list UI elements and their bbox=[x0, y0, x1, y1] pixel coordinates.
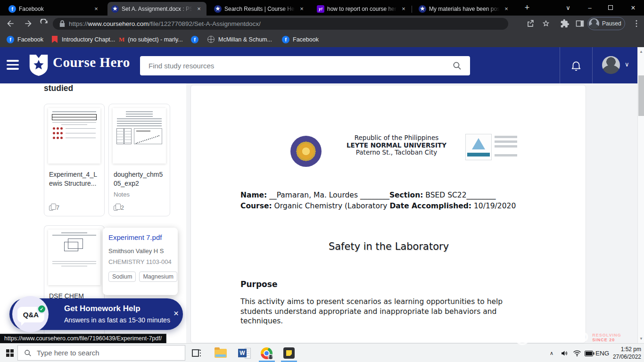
window-maximize-button[interactable] bbox=[603, 2, 618, 14]
address-bar[interactable]: https://www.coursehero.com/file/12277089… bbox=[53, 18, 508, 30]
reload-icon[interactable] bbox=[40, 19, 49, 28]
back-icon[interactable] bbox=[6, 19, 15, 28]
url-scheme: https:// bbox=[69, 20, 88, 27]
account-chevron-down-icon[interactable]: ∨ bbox=[625, 61, 629, 68]
volume-icon[interactable] bbox=[561, 349, 569, 357]
coursehero-logo-icon[interactable] bbox=[28, 54, 49, 76]
taskbar-search-box[interactable]: Type here to search bbox=[17, 345, 185, 361]
bookmark-facebook-3[interactable]: f Facebook bbox=[282, 32, 319, 47]
windows-taskbar: Type here to search W ∧ ENG 1:52 pm 27/0… bbox=[0, 343, 644, 362]
site-search-box[interactable] bbox=[140, 56, 470, 75]
window-minimize-button[interactable]: – bbox=[583, 2, 597, 14]
share-icon[interactable] bbox=[526, 19, 535, 28]
clock-date: 27/06/2022 bbox=[610, 353, 641, 361]
doc-type: Notes bbox=[109, 188, 170, 198]
bookmark-gmail[interactable]: M (no subject) - marly... bbox=[119, 32, 183, 47]
tab-assignment[interactable]: ★ Set A. Assignment.docx : PSY × bbox=[107, 2, 206, 16]
new-tab-button[interactable]: + bbox=[521, 3, 533, 13]
forward-icon[interactable] bbox=[24, 19, 33, 28]
popup-course: CHEMISTRY 1103-004 bbox=[108, 258, 172, 265]
extensions-puzzle-icon[interactable] bbox=[560, 19, 570, 28]
tag-magnesium[interactable]: Magnesium bbox=[139, 272, 177, 282]
word-icon[interactable]: W bbox=[238, 348, 251, 359]
search-input[interactable] bbox=[149, 56, 441, 75]
browser-toolbar: https://www.coursehero.com/file/12277089… bbox=[0, 16, 644, 32]
taskbar-search-placeholder: Type here to search bbox=[37, 349, 99, 357]
course-date-line: Course: Organic Chemistry (Laboratory Da… bbox=[240, 202, 516, 210]
window-close-button[interactable]: × bbox=[626, 2, 640, 14]
course-value: Organic Chemistry (Laboratory bbox=[272, 202, 390, 210]
tab-close-icon[interactable]: × bbox=[400, 5, 407, 13]
hamburger-menu-icon[interactable] bbox=[7, 60, 19, 72]
tray-chevron-up-icon[interactable]: ∧ bbox=[550, 344, 553, 362]
link-status-bar: https://www.coursehero.com/file/71960439… bbox=[0, 334, 166, 343]
document-thumbnail bbox=[48, 108, 100, 164]
scroll-down-icon[interactable]: ▼ bbox=[638, 337, 644, 341]
battery-icon[interactable] bbox=[585, 351, 594, 356]
bookmark-mcmillan[interactable]: McMillan & Schum... bbox=[207, 32, 272, 47]
tab-search-results[interactable]: ★ Search Results | Course Hero × bbox=[210, 2, 309, 16]
bookmark-star-icon[interactable] bbox=[541, 19, 551, 28]
tab-search-chevron-icon[interactable]: ∨ bbox=[561, 2, 575, 14]
tag-sodium[interactable]: Sodium bbox=[108, 272, 136, 282]
banner-close-icon[interactable]: × bbox=[173, 308, 179, 319]
banner-title: Get Homework Help bbox=[64, 304, 140, 313]
side-panel-icon[interactable] bbox=[575, 19, 585, 28]
page-scrollbar[interactable]: ▲ ▼ bbox=[637, 47, 644, 343]
user-avatar[interactable] bbox=[602, 56, 620, 74]
tab-close-icon[interactable]: × bbox=[298, 5, 305, 13]
sticky-notes-icon[interactable] bbox=[283, 347, 295, 359]
scrollbar-thumb[interactable] bbox=[638, 75, 644, 116]
facebook-icon: f bbox=[7, 36, 14, 43]
page-count-value: 7 bbox=[56, 205, 59, 211]
task-view-icon[interactable] bbox=[191, 347, 202, 359]
name-section-line: Name: __Pamaran, Ma. Lourdes ________Sec… bbox=[240, 191, 496, 199]
date-label: Date Accomplished: bbox=[389, 202, 471, 210]
coursehero-favicon-icon: ★ bbox=[214, 5, 222, 13]
start-button-icon[interactable] bbox=[6, 349, 14, 357]
wifi-icon[interactable] bbox=[573, 350, 581, 357]
language-indicator[interactable]: ENG bbox=[595, 344, 609, 362]
qa-bubble-icon: Q&A ✓ bbox=[17, 307, 44, 322]
bookmark-facebook-2[interactable]: f bbox=[191, 32, 202, 47]
homework-help-banner[interactable]: Q&A ✓ Get Homework Help Answers in as fa… bbox=[9, 298, 183, 330]
name-value: __Pamaran, Ma. Lourdes ________ bbox=[267, 191, 389, 199]
tab-my-materials[interactable]: ★ My materials have been post × bbox=[415, 2, 514, 16]
doc-title[interactable]: dougherty_chm505_exp2 bbox=[109, 167, 170, 188]
bookmark-introductory[interactable]: Introductory Chapt... bbox=[51, 32, 115, 47]
coursehero-favicon-icon: ★ bbox=[419, 5, 426, 13]
search-icon[interactable] bbox=[453, 61, 462, 70]
url-domain: www.coursehero.com bbox=[88, 20, 149, 27]
notifications-bell-icon[interactable] bbox=[570, 59, 582, 72]
tab-yahoo-search[interactable]: y! how to report on course her × bbox=[313, 2, 411, 16]
university-seal-icon bbox=[290, 136, 322, 167]
url-text: https://www.coursehero.com/file/12277089… bbox=[69, 20, 261, 27]
profile-button[interactable]: Paused bbox=[587, 17, 625, 30]
related-doc-card-2[interactable]: dougherty_chm505_exp2 Notes 2 bbox=[108, 104, 170, 216]
brand-wordmark[interactable]: Course Hero bbox=[53, 55, 130, 70]
document-thumbnail bbox=[48, 230, 100, 285]
tab-label: Set A. Assignment.docx : PSY bbox=[122, 6, 192, 12]
sidebar-heading: studied bbox=[44, 83, 73, 93]
taskbar-clock[interactable]: 1:52 pm 27/06/2022 bbox=[610, 346, 641, 361]
doc-title[interactable]: Experiment_4_Lewis Structure... bbox=[44, 167, 104, 188]
tab-close-icon[interactable]: × bbox=[195, 5, 203, 13]
bookmarks-bar: f Facebook Introductory Chapt... M (no s… bbox=[0, 32, 644, 47]
menu-dots-icon[interactable] bbox=[632, 19, 641, 28]
course-label: Course: bbox=[240, 202, 272, 210]
qa-label: Q&A bbox=[23, 311, 39, 319]
bookmark-label: Introductory Chapt... bbox=[62, 36, 115, 43]
related-doc-card-1[interactable]: Experiment_4_Lewis Structure... 7 bbox=[44, 104, 105, 216]
tab-close-icon[interactable]: × bbox=[503, 5, 510, 13]
coursehero-header: Course Hero ∨ bbox=[0, 47, 644, 83]
tab-facebook[interactable]: f Facebook × bbox=[5, 2, 104, 16]
tab-close-icon[interactable]: × bbox=[92, 5, 100, 13]
tab-label: My materials have been post bbox=[429, 6, 500, 12]
scroll-up-icon[interactable]: ▲ bbox=[638, 49, 644, 54]
search-icon bbox=[24, 349, 32, 357]
popup-doc-link[interactable]: Experiment 7.pdf bbox=[108, 233, 172, 241]
popup-school: Smithson Valley H S bbox=[108, 247, 172, 255]
bookmark-facebook[interactable]: f Facebook bbox=[7, 32, 43, 47]
lock-icon bbox=[59, 20, 65, 27]
file-explorer-icon[interactable] bbox=[215, 349, 227, 358]
